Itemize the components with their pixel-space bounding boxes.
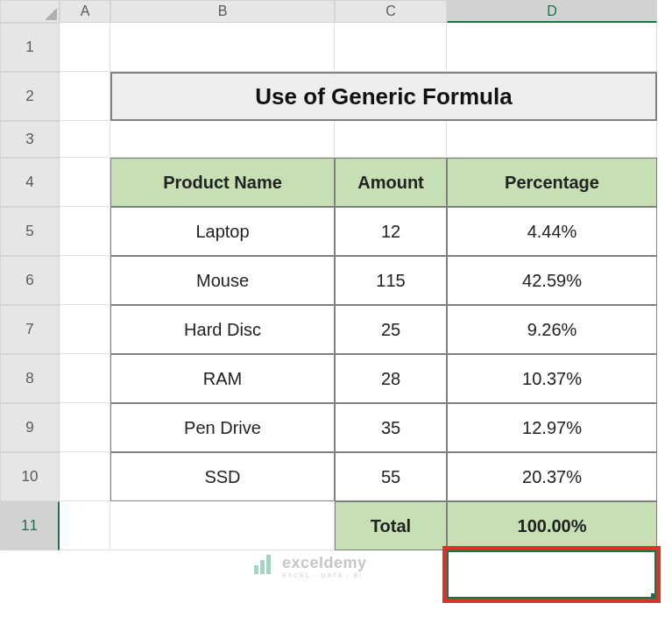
table-cell[interactable]: Laptop xyxy=(110,207,335,256)
row-header-7[interactable]: 7 xyxy=(0,305,60,354)
table-cell[interactable]: Pen Drive xyxy=(110,403,335,452)
row-header-10[interactable]: 10 xyxy=(0,452,60,501)
row-header-2[interactable]: 2 xyxy=(0,72,60,121)
cell[interactable] xyxy=(60,256,110,305)
table-cell[interactable]: RAM xyxy=(110,354,335,403)
cell[interactable] xyxy=(447,23,657,72)
col-header-A[interactable]: A xyxy=(60,0,110,23)
title-cell[interactable]: Use of Generic Formula xyxy=(110,72,657,121)
select-all-corner[interactable] xyxy=(0,0,60,23)
cell[interactable] xyxy=(447,121,657,158)
table-cell[interactable]: 115 xyxy=(335,256,447,305)
watermark-tagline: EXCEL · DATA · BI xyxy=(282,572,367,578)
spreadsheet-grid[interactable]: A B C D 1 2 3 4 5 6 7 8 9 10 11 Use of G… xyxy=(0,0,672,550)
table-cell[interactable]: 9.26% xyxy=(447,305,657,354)
table-cell[interactable]: 12 xyxy=(335,207,447,256)
cell[interactable] xyxy=(60,23,110,72)
watermark-name: exceldemy xyxy=(282,555,367,571)
cell[interactable] xyxy=(110,121,335,158)
cell[interactable] xyxy=(110,501,335,550)
table-cell[interactable]: 55 xyxy=(335,452,447,501)
cell[interactable] xyxy=(60,305,110,354)
cell[interactable] xyxy=(60,354,110,403)
fill-handle[interactable] xyxy=(651,593,658,600)
cell[interactable] xyxy=(335,121,447,158)
row-header-11[interactable]: 11 xyxy=(0,501,60,550)
row-header-3[interactable]: 3 xyxy=(0,121,60,158)
table-cell[interactable]: 25 xyxy=(335,305,447,354)
cell[interactable] xyxy=(110,23,335,72)
cell[interactable] xyxy=(60,121,110,158)
table-cell[interactable]: 4.44% xyxy=(447,207,657,256)
header-product[interactable]: Product Name xyxy=(110,158,335,207)
cell[interactable] xyxy=(60,207,110,256)
cell[interactable] xyxy=(60,501,110,550)
cell-selection xyxy=(446,550,657,599)
table-cell[interactable]: Mouse xyxy=(110,256,335,305)
cell[interactable] xyxy=(60,158,110,207)
table-cell[interactable]: 10.37% xyxy=(447,354,657,403)
table-cell[interactable]: 28 xyxy=(335,354,447,403)
total-label-cell[interactable]: Total xyxy=(335,501,447,550)
cell[interactable] xyxy=(60,403,110,452)
row-header-5[interactable]: 5 xyxy=(0,207,60,256)
cell[interactable] xyxy=(335,23,447,72)
cell[interactable] xyxy=(60,72,110,121)
table-cell[interactable]: 35 xyxy=(335,403,447,452)
watermark: exceldemy EXCEL · DATA · BI xyxy=(254,555,367,578)
header-amount[interactable]: Amount xyxy=(335,158,447,207)
row-header-4[interactable]: 4 xyxy=(0,158,60,207)
col-header-D[interactable]: D xyxy=(447,0,657,23)
col-header-C[interactable]: C xyxy=(335,0,447,23)
bar-chart-icon xyxy=(254,555,277,574)
col-header-B[interactable]: B xyxy=(110,0,335,23)
row-header-1[interactable]: 1 xyxy=(0,23,60,72)
total-value-cell[interactable]: 100.00% xyxy=(447,501,657,550)
table-cell[interactable]: Hard Disc xyxy=(110,305,335,354)
cell[interactable] xyxy=(60,452,110,501)
table-cell[interactable]: 12.97% xyxy=(447,403,657,452)
table-cell[interactable]: 20.37% xyxy=(447,452,657,501)
annotation-highlight xyxy=(442,546,661,603)
row-header-6[interactable]: 6 xyxy=(0,256,60,305)
table-cell[interactable]: SSD xyxy=(110,452,335,501)
header-percentage[interactable]: Percentage xyxy=(447,158,657,207)
row-header-8[interactable]: 8 xyxy=(0,354,60,403)
table-cell[interactable]: 42.59% xyxy=(447,256,657,305)
row-header-9[interactable]: 9 xyxy=(0,403,60,452)
